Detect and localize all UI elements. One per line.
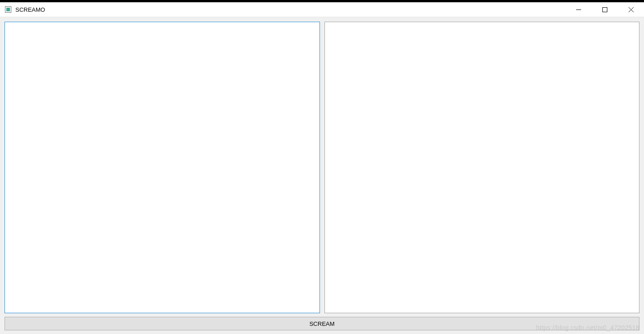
client-area: SCREAM bbox=[0, 17, 644, 334]
app-window: SCREAMO SCREAM https://blog.csdn.net/m0_… bbox=[0, 2, 644, 334]
svg-rect-1 bbox=[6, 8, 10, 11]
right-text-pane[interactable] bbox=[324, 22, 640, 313]
scream-button[interactable]: SCREAM bbox=[5, 317, 639, 330]
left-text-pane[interactable] bbox=[5, 22, 320, 313]
svg-rect-3 bbox=[602, 7, 607, 12]
maximize-button[interactable] bbox=[592, 2, 618, 17]
app-icon bbox=[5, 6, 12, 13]
window-title: SCREAMO bbox=[15, 6, 45, 13]
minimize-button[interactable] bbox=[565, 2, 592, 17]
window-controls bbox=[565, 2, 644, 17]
panes-container bbox=[5, 22, 639, 313]
close-button[interactable] bbox=[618, 2, 644, 17]
titlebar: SCREAMO bbox=[0, 2, 644, 17]
titlebar-left: SCREAMO bbox=[0, 6, 45, 13]
